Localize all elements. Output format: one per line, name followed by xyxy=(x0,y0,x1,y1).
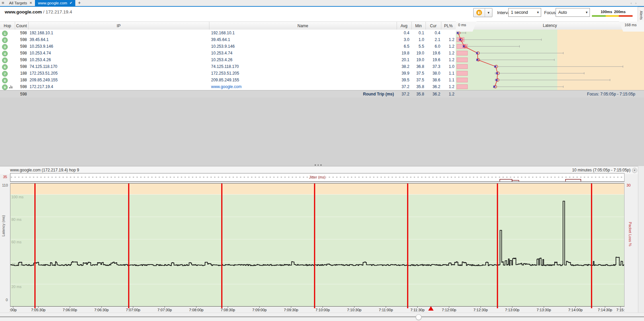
col-header-name[interactable]: Name xyxy=(209,22,397,30)
scrub-handle[interactable] xyxy=(416,314,421,320)
pingplotter-window: ≡ All Targets ✕ www.google.com ✔ + ‹ › w… xyxy=(0,0,644,321)
cell-pl: 1.2 xyxy=(440,43,454,50)
pause-button[interactable] xyxy=(474,8,485,17)
tab-bar: ≡ All Targets ✕ www.google.com ✔ + ‹ › xyxy=(0,0,644,6)
focus-range-text: Focus: 7:05:05p - 7:15:05p xyxy=(587,90,635,98)
menu-icon[interactable]: ≡ xyxy=(2,0,4,6)
x-axis-label: 7:09:00p xyxy=(252,308,267,312)
col-header-avg[interactable]: Avg xyxy=(397,22,412,30)
latency-column-title: Latency xyxy=(456,22,644,30)
hop-number-badge: 2 xyxy=(2,37,8,43)
timeline-title: www.google.com (172.217.19.4) hop 9 xyxy=(10,168,79,172)
cell-name: 10.253.4.26 xyxy=(211,56,232,63)
interval-value: 1 second xyxy=(509,10,535,15)
cell-min: 37.5 xyxy=(410,70,424,77)
cell-cur: 6.0 xyxy=(426,43,440,50)
cell-pl: 1.1 xyxy=(440,70,454,77)
col-header-count[interactable]: Count xyxy=(15,22,29,30)
hop-number-badge: 4 xyxy=(2,51,8,56)
cell-name: 209.85.249.155 xyxy=(211,77,239,83)
cell-avg: 39.5 xyxy=(395,77,409,83)
cell-name: 172.253.51.205 xyxy=(211,70,239,77)
tab-all-targets[interactable]: All Targets ✕ xyxy=(6,0,35,6)
cell-ip: 172.253.51.205 xyxy=(30,70,57,77)
legend-gradient-bar xyxy=(592,15,633,17)
cell-ip: 10.253.4.26 xyxy=(30,56,51,63)
vertical-scrollbar[interactable] xyxy=(638,166,644,313)
cell-ip: 74.125.118.170 xyxy=(30,63,57,70)
cell-pl: 1.2 xyxy=(440,83,454,90)
check-icon: ✔ xyxy=(70,0,72,6)
cell-cur: 38.0 xyxy=(426,70,440,77)
pause-dropdown-button[interactable]: ▼ xyxy=(485,8,492,17)
new-tab-button[interactable]: + xyxy=(78,0,81,6)
cell-avg: 6.5 xyxy=(395,43,409,50)
x-axis-label: 7:13:00p xyxy=(505,308,520,312)
x-axis-label: 7:06:30p xyxy=(94,308,109,312)
cell-cur: 19.6 xyxy=(426,56,440,63)
cell-min: 5.5 xyxy=(410,43,424,50)
interval-select[interactable]: 1 second ▼ xyxy=(508,8,541,17)
cell-name: 39.45.64.1 xyxy=(211,36,230,43)
cell-avg: 20.1 xyxy=(395,56,409,63)
panel-splitter-handle[interactable] xyxy=(315,164,322,166)
cell-name: 10.253.9.146 xyxy=(211,43,235,50)
cell-pl: 1.2 xyxy=(440,36,454,43)
tab-scroll-left-icon[interactable]: ‹ xyxy=(631,1,632,5)
cell-count: 598 xyxy=(13,43,27,50)
cell-min: 35.8 xyxy=(410,83,424,90)
cell-ip: 39.45.64.1 xyxy=(30,36,49,43)
cell-count: 598 xyxy=(13,56,27,63)
col-header-ip[interactable]: IP xyxy=(28,22,209,30)
svg-text:80 ms: 80 ms xyxy=(11,217,22,222)
summary-count: 598 xyxy=(13,90,27,98)
cell-cur: 38.6 xyxy=(426,77,440,83)
cell-ip: 172.217.19.4 xyxy=(30,83,53,90)
latency-axis-min: 0 xyxy=(6,298,8,302)
cell-name: 192.168.10.1 xyxy=(211,30,235,36)
target-ip: / 172.217.19.4 xyxy=(42,9,72,14)
focus-marker-triangle[interactable] xyxy=(428,306,434,311)
x-axis-label: 7:14:30p xyxy=(598,308,612,312)
x-axis-label: 7:08:00p xyxy=(189,308,204,312)
tab-all-targets-label: All Targets xyxy=(9,0,27,6)
col-header-hop[interactable]: Hop xyxy=(0,22,15,30)
x-axis-label: 7:12:30p xyxy=(474,308,488,312)
cell-pl: 1.1 xyxy=(440,77,454,83)
pause-button-group: ▼ xyxy=(473,8,492,17)
cell-count: 598 xyxy=(13,83,27,90)
latency-color-legend: 100ms 200ms xyxy=(592,10,633,19)
chevron-down-icon[interactable]: ▾ xyxy=(632,168,637,173)
col-header-pl[interactable]: PL% xyxy=(441,22,456,30)
tab-www-google-com[interactable]: www.google.com ✔ xyxy=(35,0,75,6)
cell-ip: 10.253.9.146 xyxy=(30,43,53,50)
tab-scroll-right-icon[interactable]: › xyxy=(635,1,637,5)
summary-cur: 36.2 xyxy=(426,90,440,98)
col-header-min[interactable]: Min xyxy=(411,22,426,30)
x-axis-label: 7:14:00p xyxy=(568,308,583,312)
x-axis-label: 7:10:30p xyxy=(347,308,362,312)
timeline-plot[interactable]: 100 ms80 ms60 ms40 ms20 ms xyxy=(10,183,625,310)
scrub-track[interactable] xyxy=(0,316,644,317)
cell-cur: 19.6 xyxy=(426,50,440,56)
cell-avg: 37.2 xyxy=(395,83,409,90)
hop-number-badge: 8 xyxy=(2,78,8,83)
cell-cur: 37.3 xyxy=(426,63,440,70)
x-axis-label: 7:15: xyxy=(616,308,625,312)
focus-select[interactable]: Auto ▼ xyxy=(556,8,590,17)
pause-icon xyxy=(476,10,482,15)
cell-name: 10.253.4.74 xyxy=(211,50,232,56)
cell-cur: 36.2 xyxy=(426,83,440,90)
svg-text:100 ms: 100 ms xyxy=(11,195,24,199)
tab-google-label: www.google.com xyxy=(38,0,67,6)
alerts-side-tab[interactable]: Alerts xyxy=(638,7,644,24)
close-tab-icon[interactable]: ✕ xyxy=(29,0,32,6)
svg-text:Jitter (ms): Jitter (ms) xyxy=(309,175,326,179)
cell-min: 37.5 xyxy=(410,77,424,83)
x-axis-label: 7:11:00p xyxy=(379,308,393,312)
chevron-down-icon: ▼ xyxy=(584,11,590,14)
col-header-cur[interactable]: Cur xyxy=(426,22,441,30)
chevron-down-icon: ▼ xyxy=(535,11,541,14)
alerts-label: Alerts xyxy=(639,11,643,20)
x-axis-label: 7:06:00p xyxy=(63,308,77,312)
